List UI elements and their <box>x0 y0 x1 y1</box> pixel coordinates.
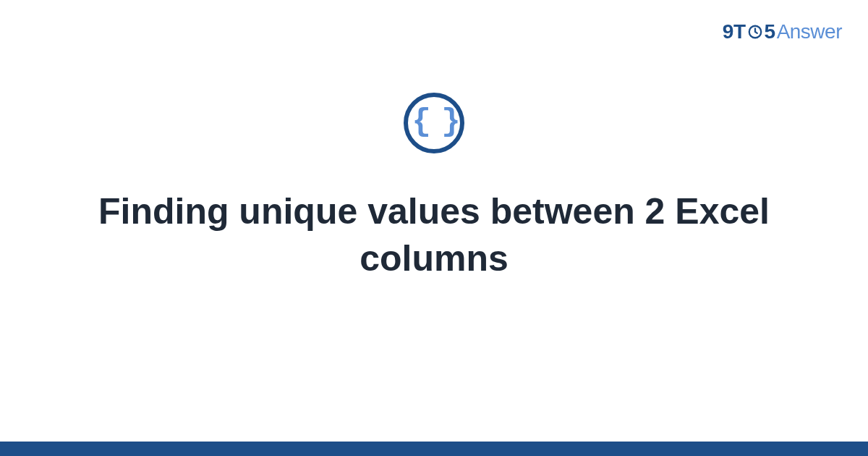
logo-text-9t: 9T <box>723 20 746 43</box>
clock-icon <box>746 23 764 41</box>
page-title: Finding unique values between 2 Excel co… <box>72 188 796 282</box>
main-content: { } Finding unique values between 2 Exce… <box>0 93 868 282</box>
code-braces-icon: { } <box>412 106 456 138</box>
logo-text-answer: Answer <box>777 20 842 43</box>
logo-text-5: 5 <box>765 20 775 43</box>
site-logo: 9T 5 Answer <box>723 20 842 43</box>
category-badge-icon: { } <box>404 93 464 153</box>
bottom-accent-bar <box>0 442 868 456</box>
